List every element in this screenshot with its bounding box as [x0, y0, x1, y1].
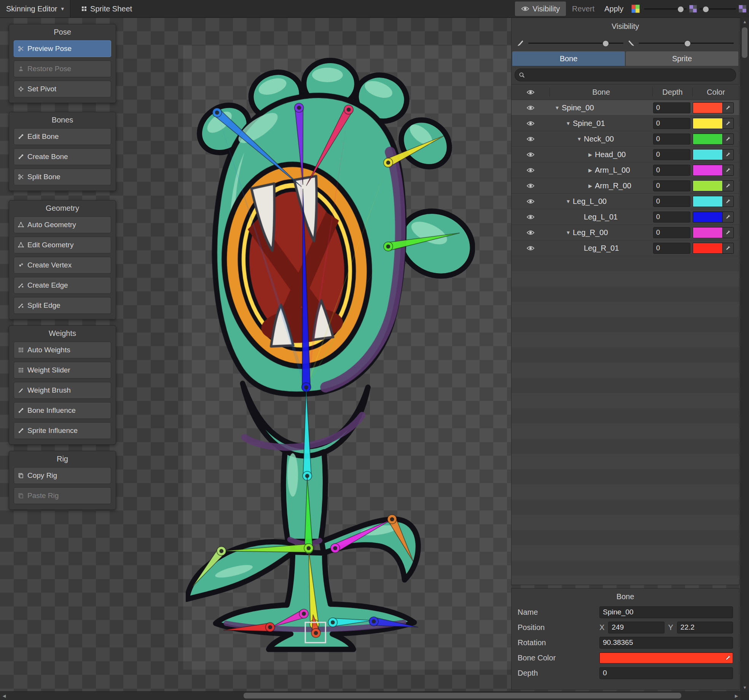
bone-color-field[interactable] [693, 134, 734, 145]
eyedropper-button[interactable] [722, 212, 733, 222]
vertical-scroll-thumb[interactable] [742, 27, 747, 58]
row-visibility-eye-icon[interactable] [526, 152, 535, 158]
weight-brush-button[interactable]: Weight Brush [14, 382, 111, 399]
bone-color-field[interactable] [693, 243, 734, 254]
bone-row-arm_r_00[interactable]: ▶Arm_R_00 [512, 178, 739, 194]
copy-rig-button[interactable]: Copy Rig [14, 467, 111, 484]
bone-color-swatch[interactable] [693, 150, 722, 160]
row-visibility-eye-icon[interactable] [526, 121, 535, 126]
bone-row-arm_l_00[interactable]: ▶Arm_L_00 [512, 162, 739, 178]
slider-handle[interactable] [602, 40, 609, 47]
expander-expanded-icon[interactable]: ▼ [564, 230, 573, 235]
visibility-toggle-button[interactable]: Visibility [515, 2, 566, 16]
depth-field[interactable] [653, 180, 690, 191]
sprite-influence-button[interactable]: Sprite Influence [14, 422, 111, 439]
bone-row-leg_r_01[interactable]: Leg_R_01 [512, 240, 739, 256]
eyedropper-button[interactable] [722, 118, 733, 129]
vertical-scrollbar[interactable]: ▲ ▼ [740, 18, 749, 692]
bone-color-swatch[interactable] [599, 652, 733, 663]
eyedropper-button[interactable] [722, 165, 733, 175]
eyedropper-button[interactable] [722, 196, 733, 207]
set-pivot-button[interactable]: Set Pivot [14, 81, 111, 97]
bone-row-head_00[interactable]: ▶Head_00 [512, 147, 739, 162]
bone-color-field[interactable] [693, 212, 734, 223]
auto-geometry-button[interactable]: Auto Geometry [14, 216, 111, 233]
bone-color-field[interactable] [693, 227, 734, 238]
bone-row-neck_00[interactable]: ▼Neck_00 [512, 131, 739, 147]
row-visibility-eye-icon[interactable] [526, 230, 535, 235]
expander-expanded-icon[interactable]: ▼ [564, 199, 573, 204]
weight-slider-button[interactable]: Weight Slider [14, 362, 111, 379]
bone-rotation-field[interactable] [599, 637, 733, 649]
scroll-down-arrow[interactable]: ▼ [741, 683, 749, 692]
bone-color-swatch[interactable] [693, 103, 722, 113]
bone-name-field[interactable] [599, 606, 733, 618]
position-y-field[interactable] [677, 622, 733, 633]
row-visibility-eye-icon[interactable] [526, 214, 535, 220]
bone-color-swatch[interactable] [693, 228, 722, 238]
eyedropper-button[interactable] [722, 243, 733, 253]
depth-field[interactable] [653, 196, 690, 207]
bone-color-palette-icon[interactable] [631, 4, 640, 13]
bone-row-leg_l_00[interactable]: ▼Leg_L_00 [512, 194, 739, 209]
depth-field[interactable] [653, 118, 690, 129]
expander-collapsed-icon[interactable]: ▶ [586, 152, 595, 158]
bone-depth-field[interactable] [599, 667, 733, 679]
bone-opacity-slider[interactable] [644, 0, 687, 18]
sprite-opacity-slider[interactable] [639, 35, 734, 51]
bone-row-leg_l_01[interactable]: Leg_L_01 [512, 209, 739, 225]
horizontal-scroll-thumb[interactable] [244, 693, 681, 698]
split-edge-button[interactable]: Split Edge [14, 297, 111, 314]
scroll-up-arrow[interactable]: ▲ [741, 18, 749, 26]
skinning-editor-dropdown[interactable]: Skinning Editor ▾ [0, 0, 70, 18]
expander-expanded-icon[interactable]: ▼ [553, 105, 562, 111]
bone-color-field[interactable] [693, 102, 734, 113]
row-visibility-eye-icon[interactable] [526, 105, 535, 111]
paste-rig-button[interactable]: Paste Rig [14, 487, 111, 504]
bone-search-input[interactable] [527, 71, 732, 80]
bone-color-swatch[interactable] [693, 212, 722, 222]
split-bone-button[interactable]: Split Bone [14, 169, 111, 185]
expander-collapsed-icon[interactable]: ▶ [586, 183, 595, 189]
row-visibility-eye-icon[interactable] [526, 167, 535, 173]
bone-color-swatch[interactable] [693, 118, 722, 129]
position-x-field[interactable] [608, 622, 664, 633]
eyedropper-button[interactable] [722, 228, 733, 238]
revert-button[interactable]: Revert [568, 0, 598, 18]
scroll-left-arrow[interactable]: ◀ [0, 692, 8, 700]
depth-field[interactable] [653, 134, 690, 145]
slider-handle[interactable] [703, 6, 709, 13]
bone-gizmo-overlay[interactable] [186, 56, 475, 658]
expander-expanded-icon[interactable]: ▼ [564, 121, 573, 126]
bone-color-swatch[interactable] [693, 165, 722, 175]
create-bone-button[interactable]: Create Bone [14, 148, 111, 165]
expander-expanded-icon[interactable]: ▼ [575, 136, 584, 142]
eyedropper-button[interactable] [722, 103, 733, 113]
eyedropper-button[interactable] [722, 150, 733, 160]
depth-field[interactable] [653, 243, 690, 254]
row-visibility-eye-icon[interactable] [526, 183, 535, 189]
tab-sprite[interactable]: Sprite [626, 51, 738, 66]
bone-color-field[interactable] [693, 165, 734, 176]
slider-handle[interactable] [677, 6, 684, 13]
bone-row-spine_00[interactable]: ▼Spine_00 [512, 100, 739, 116]
scroll-right-arrow[interactable]: ▶ [732, 692, 741, 700]
bone-row-spine_01[interactable]: ▼Spine_01 [512, 116, 739, 131]
toggle-all-visibility-icon[interactable] [526, 89, 535, 95]
bone-color-swatch[interactable] [693, 181, 722, 191]
preview-pose-button[interactable]: Preview Pose [14, 40, 111, 57]
eyedropper-button[interactable] [722, 181, 733, 191]
restore-pose-button[interactable]: Restore Pose [14, 60, 111, 77]
sprite-sheet-button[interactable]: Sprite Sheet [75, 0, 138, 18]
bone-row-leg_r_00[interactable]: ▼Leg_R_00 [512, 225, 739, 240]
row-visibility-eye-icon[interactable] [526, 199, 535, 204]
eyedropper-icon[interactable] [725, 655, 731, 661]
edit-geometry-button[interactable]: Edit Geometry [14, 237, 111, 253]
depth-field[interactable] [653, 149, 690, 160]
horizontal-scrollbar[interactable]: ◀ ▶ [0, 691, 741, 700]
depth-field[interactable] [653, 227, 690, 238]
bone-color-field[interactable] [693, 118, 734, 129]
tab-bone[interactable]: Bone [512, 51, 625, 66]
edit-bone-button[interactable]: Edit Bone [14, 128, 111, 145]
row-visibility-eye-icon[interactable] [526, 136, 535, 142]
